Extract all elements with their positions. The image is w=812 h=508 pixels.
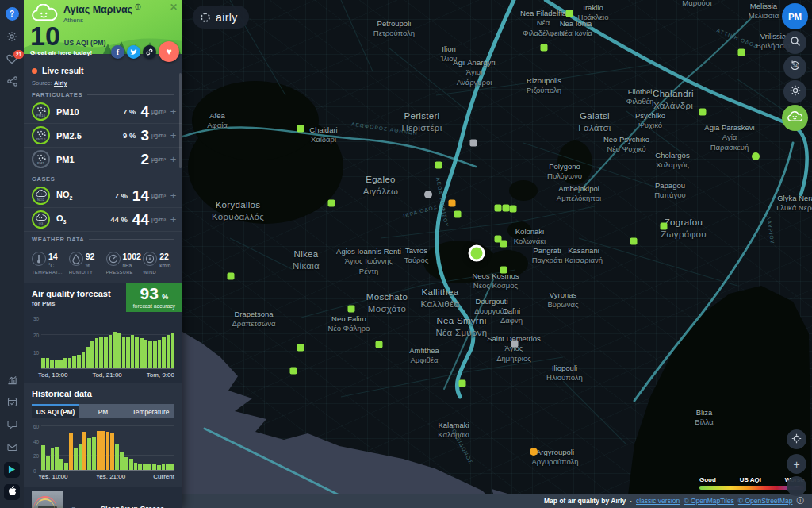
chart-bar[interactable] (90, 341, 94, 368)
openstreetmap-link[interactable]: © OpenStreetMap (738, 497, 793, 505)
aqi-marker[interactable] (738, 49, 745, 56)
expand-button[interactable]: + (169, 190, 178, 202)
chart-bar[interactable] (157, 465, 161, 470)
aqi-marker[interactable] (470, 140, 477, 147)
chart-bar[interactable] (167, 335, 170, 368)
locate-button[interactable] (787, 429, 806, 449)
chart-bar[interactable] (124, 457, 128, 471)
tab-temperature[interactable]: Temperature (127, 404, 174, 418)
chart-bar[interactable] (120, 452, 124, 470)
twitter-icon[interactable] (127, 45, 140, 59)
tab-pm[interactable]: PM (79, 404, 127, 418)
zoom-in-button[interactable]: + (787, 454, 806, 474)
forecast-accuracy-badge[interactable]: 93 % forecast accuracy (126, 283, 182, 312)
tab-us-aqi-pm-[interactable]: US AQI (PM) (32, 404, 79, 418)
statistics-button[interactable] (3, 372, 21, 390)
chart-bar[interactable] (55, 360, 59, 369)
aqi-marker[interactable] (511, 341, 519, 348)
chart-bar[interactable] (41, 445, 45, 470)
chart-bar[interactable] (86, 347, 90, 368)
weather-layer-button[interactable] (783, 80, 806, 103)
newsletter-button[interactable] (3, 439, 21, 456)
chart-bar[interactable] (41, 358, 45, 368)
sponsor-name[interactable]: CleanAir in Greece (100, 505, 164, 508)
chart-bar[interactable] (140, 338, 144, 368)
chart-bar[interactable] (162, 464, 166, 470)
chart-bar[interactable] (148, 341, 152, 368)
facebook-icon[interactable]: f (111, 45, 124, 59)
aqi-marker[interactable] (449, 200, 456, 207)
aqi-marker[interactable] (290, 368, 297, 375)
aqi-marker[interactable] (376, 341, 383, 348)
chart-bar[interactable] (166, 464, 170, 470)
chart-bar[interactable] (158, 340, 162, 368)
chart-bar[interactable] (109, 335, 113, 368)
aqi-marker[interactable] (435, 162, 442, 169)
chart-bar[interactable] (82, 352, 86, 368)
chart-bar[interactable] (152, 464, 156, 470)
chart-bar[interactable] (63, 358, 67, 368)
chart-bar[interactable] (129, 459, 133, 470)
app-store-button[interactable] (4, 484, 20, 500)
aqi-marker[interactable] (297, 125, 304, 133)
history-24h-button[interactable]: 24 (783, 56, 806, 79)
link-icon[interactable] (143, 45, 156, 59)
aqi-marker[interactable] (566, 10, 573, 17)
chart-bar[interactable] (92, 437, 96, 470)
aqi-marker[interactable] (510, 206, 517, 213)
aqi-marker[interactable] (530, 448, 538, 456)
chart-bar[interactable] (143, 464, 147, 470)
chart-bar[interactable] (50, 360, 54, 369)
aqi-marker[interactable] (495, 205, 502, 212)
favorites-button[interactable]: 21 (3, 52, 21, 69)
aqi-marker[interactable] (348, 306, 355, 313)
openmaptiles-link[interactable]: © OpenMapTiles (684, 497, 734, 505)
assistant-button[interactable] (782, 105, 808, 131)
zoom-out-button[interactable]: − (787, 476, 806, 496)
settings-button[interactable] (3, 29, 21, 47)
chart-bar[interactable] (77, 355, 81, 368)
pm-layer-button[interactable]: PM (782, 3, 808, 29)
chart-bar[interactable] (104, 337, 108, 368)
chart-bar[interactable] (79, 444, 82, 470)
aqi-marker[interactable] (541, 44, 548, 52)
sponsor-image[interactable] (32, 491, 63, 508)
chart-bar[interactable] (46, 358, 50, 368)
google-play-button[interactable] (4, 462, 20, 478)
aqi-marker[interactable] (424, 190, 432, 198)
chart-bar[interactable] (115, 444, 119, 470)
chart-bar[interactable] (68, 358, 72, 368)
chart-bar[interactable] (126, 337, 130, 368)
chart-bar[interactable] (55, 447, 59, 470)
aqi-marker[interactable] (500, 241, 508, 248)
chart-bar[interactable] (106, 432, 110, 470)
close-icon[interactable]: ✕ (170, 2, 178, 13)
chart-bar[interactable] (97, 431, 101, 470)
aqi-marker[interactable] (228, 273, 235, 280)
pollutant-row[interactable]: PM10PM107 %4µg/m³+ (24, 100, 182, 124)
expand-button[interactable]: + (169, 106, 178, 117)
expand-button[interactable]: + (169, 214, 178, 225)
expand-button[interactable]: + (169, 153, 178, 165)
chart-bar[interactable] (113, 332, 117, 368)
aqi-marker[interactable] (500, 267, 508, 274)
search-button[interactable] (783, 31, 806, 54)
chart-bar[interactable] (59, 360, 63, 369)
aqi-marker[interactable] (297, 344, 304, 352)
info-icon[interactable]: ⓘ (136, 4, 141, 10)
map-canvas[interactable]: PetroupoliΠετρούποληIlionΊλιονAgii Anarg… (182, 0, 812, 508)
pollutant-row[interactable]: PM1PM12µg/m³+ (24, 148, 182, 171)
chart-bar[interactable] (46, 456, 50, 470)
feedback-button[interactable] (3, 417, 21, 434)
aqi-marker[interactable] (630, 238, 638, 245)
airly-logo[interactable]: airly (193, 6, 249, 29)
chart-bar[interactable] (87, 438, 91, 470)
chart-bar[interactable] (64, 463, 68, 470)
chart-bar[interactable] (138, 464, 142, 470)
share-button[interactable] (3, 74, 21, 91)
aqi-marker[interactable] (661, 223, 668, 230)
pollutant-row[interactable]: PM2.5PM2.59 %3µg/m³+ (24, 124, 182, 148)
chart-bar[interactable] (95, 338, 99, 368)
chart-bar[interactable] (171, 333, 175, 368)
attribution-info-icon[interactable]: ⓘ (797, 496, 805, 506)
